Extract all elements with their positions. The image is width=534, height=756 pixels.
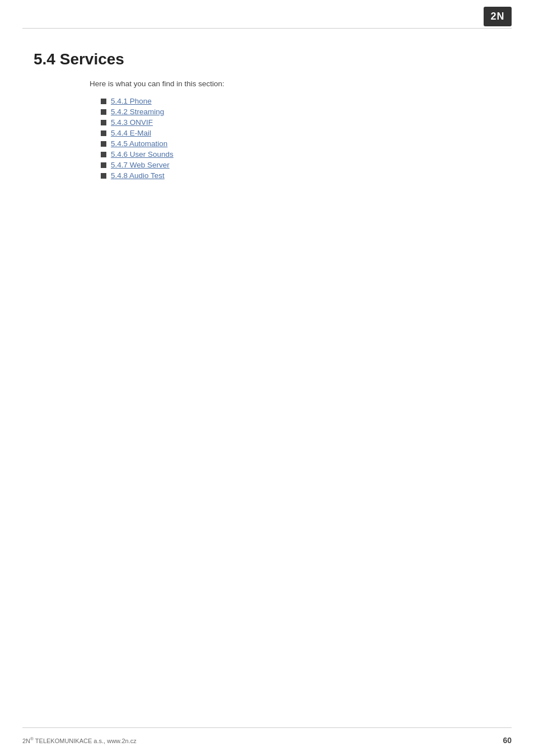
list-item: 5.4.3 ONVIF bbox=[101, 118, 500, 127]
list-item: 5.4.6 User Sounds bbox=[101, 150, 500, 158]
bullet-icon bbox=[101, 130, 106, 136]
toc-link[interactable]: 5.4.3 ONVIF bbox=[111, 118, 153, 127]
intro-text: Here is what you can find in this sectio… bbox=[90, 80, 500, 88]
bullet-icon bbox=[101, 173, 106, 179]
toc-link[interactable]: 5.4.1 Phone bbox=[111, 97, 152, 105]
list-item: 5.4.2 Streaming bbox=[101, 108, 500, 116]
list-item: 5.4.4 E-Mail bbox=[101, 129, 500, 137]
toc-link[interactable]: 5.4.6 User Sounds bbox=[111, 150, 174, 158]
bottom-border bbox=[22, 727, 512, 728]
logo-text: 2N bbox=[490, 11, 504, 22]
toc-link[interactable]: 5.4.4 E-Mail bbox=[111, 129, 151, 137]
footer: 2N® TELEKOMUNIKACE a.s., www.2n.cz 60 bbox=[22, 736, 512, 745]
page-title: 5.4 Services bbox=[34, 50, 500, 68]
bullet-icon bbox=[101, 99, 106, 104]
page-container: 2N 5.4 Services Here is what you can fin… bbox=[0, 0, 534, 756]
bullet-icon bbox=[101, 141, 106, 147]
toc-list: 5.4.1 Phone5.4.2 Streaming5.4.3 ONVIF5.4… bbox=[101, 97, 500, 180]
bullet-icon bbox=[101, 152, 106, 157]
top-border bbox=[22, 28, 512, 29]
bullet-icon bbox=[101, 162, 106, 168]
toc-link[interactable]: 5.4.8 Audio Test bbox=[111, 171, 165, 180]
logo-box: 2N bbox=[484, 7, 512, 26]
list-item: 5.4.5 Automation bbox=[101, 139, 500, 148]
list-item: 5.4.1 Phone bbox=[101, 97, 500, 105]
toc-link[interactable]: 5.4.7 Web Server bbox=[111, 161, 170, 169]
toc-link[interactable]: 5.4.2 Streaming bbox=[111, 108, 164, 116]
bullet-icon bbox=[101, 109, 106, 115]
bullet-icon bbox=[101, 120, 106, 125]
main-content: 5.4 Services Here is what you can find i… bbox=[34, 39, 500, 182]
toc-link[interactable]: 5.4.5 Automation bbox=[111, 139, 167, 148]
list-item: 5.4.8 Audio Test bbox=[101, 171, 500, 180]
footer-left: 2N® TELEKOMUNIKACE a.s., www.2n.cz bbox=[22, 736, 137, 744]
logo-area: 2N bbox=[484, 7, 512, 26]
page-number: 60 bbox=[503, 736, 512, 745]
list-item: 5.4.7 Web Server bbox=[101, 161, 500, 169]
